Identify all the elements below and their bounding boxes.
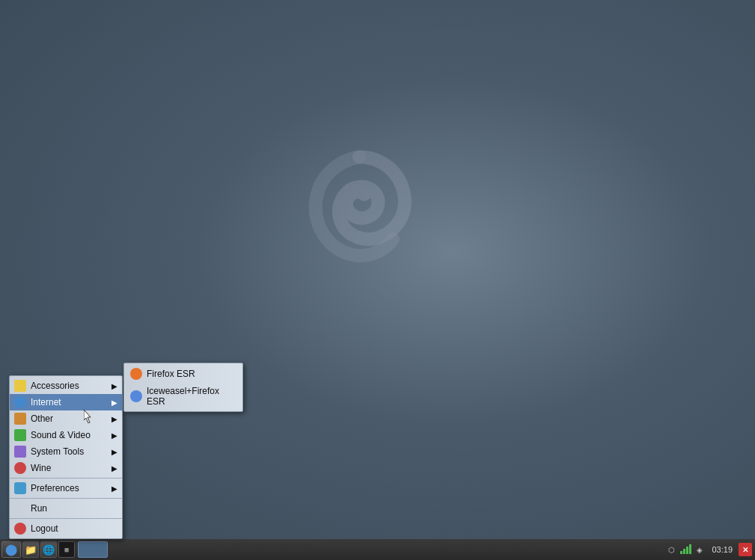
- menu-item-wine-label: Wine: [31, 463, 51, 473]
- taskbar-right: ⬡ ◈ 03:19 ✕: [665, 543, 755, 556]
- menu-item-system-tools[interactable]: System Tools ▶: [10, 443, 122, 460]
- menu-separator-1: [10, 478, 122, 479]
- other-arrow: ▶: [111, 415, 117, 423]
- menu-separator-3: [10, 518, 122, 519]
- preferences-arrow: ▶: [111, 484, 117, 493]
- browser-button[interactable]: 🌐: [40, 541, 57, 558]
- clock-display: 03:19: [709, 545, 736, 554]
- firefox-icon: [130, 368, 142, 380]
- menu-item-preferences[interactable]: Preferences ▶: [10, 480, 122, 496]
- logout-icon: [14, 523, 26, 535]
- submenu-item-firefox[interactable]: Firefox ESR: [124, 365, 242, 383]
- taskbar: ⬤ 📁 🌐 ■ ⬡ ◈ 0: [0, 539, 755, 560]
- system-arrow: ▶: [111, 448, 117, 456]
- desktop: Accessories ▶ Internet ▶ Firefox ESR Ice…: [0, 0, 755, 560]
- menu-item-run[interactable]: Run: [10, 500, 122, 517]
- wine-arrow: ▶: [111, 464, 117, 473]
- menu-item-wine[interactable]: Wine ▶: [10, 460, 122, 476]
- iceweasel-icon: [130, 390, 142, 402]
- menu-item-logout-label: Logout: [31, 523, 58, 534]
- menu-item-sound-video[interactable]: Sound & Video ▶: [10, 427, 122, 443]
- internet-submenu: Firefox ESR Iceweasel+Firefox ESR: [123, 363, 243, 412]
- menu-item-internet-label: Internet: [31, 397, 61, 407]
- audio-tray-icon[interactable]: [679, 544, 691, 556]
- menu-item-run-label: Run: [31, 503, 47, 514]
- terminal-button[interactable]: ■: [58, 541, 75, 558]
- sound-icon: [14, 429, 26, 441]
- menu-item-accessories-label: Accessories: [31, 381, 79, 391]
- debian-swirl-logo: [284, 150, 434, 314]
- system-tray: ⬡ ◈: [665, 544, 706, 556]
- workspace-indicator[interactable]: [78, 541, 108, 558]
- start-menu-button[interactable]: ⬤: [1, 541, 21, 558]
- menu-item-other-label: Other: [31, 413, 53, 424]
- run-icon: [14, 502, 26, 514]
- iceweasel-label: Iceweasel+Firefox ESR: [147, 386, 236, 407]
- menu-separator-2: [10, 498, 122, 499]
- internet-arrow: ▶: [111, 399, 117, 407]
- accessories-icon: [14, 380, 26, 392]
- menu-item-accessories[interactable]: Accessories ▶: [10, 378, 122, 394]
- notification-tray-icon[interactable]: ◈: [694, 544, 706, 556]
- menu-item-preferences-label: Preferences: [31, 483, 79, 493]
- power-button[interactable]: ✕: [739, 543, 752, 556]
- menu-item-logout[interactable]: Logout: [10, 520, 122, 537]
- firefox-label: Firefox ESR: [147, 369, 195, 379]
- system-icon: [14, 446, 26, 458]
- other-icon: [14, 413, 26, 425]
- network-tray-icon[interactable]: ⬡: [665, 544, 677, 556]
- submenu-item-iceweasel[interactable]: Iceweasel+Firefox ESR: [124, 383, 242, 410]
- accessories-arrow: ▶: [111, 382, 117, 390]
- menu-item-other[interactable]: Other ▶: [10, 410, 122, 427]
- menu-item-internet[interactable]: Internet ▶ Firefox ESR Iceweasel+Firefox…: [10, 394, 122, 410]
- taskbar-left: ⬤ 📁 🌐 ■: [0, 541, 108, 558]
- preferences-icon: [14, 482, 26, 494]
- sound-arrow: ▶: [111, 431, 117, 440]
- file-manager-button[interactable]: 📁: [22, 541, 39, 558]
- internet-icon: [14, 396, 26, 408]
- menu-item-sound-label: Sound & Video: [31, 430, 91, 440]
- wine-icon: [14, 462, 26, 474]
- menu-item-system-label: System Tools: [31, 446, 84, 457]
- debian-logo-icon: ⬤: [5, 544, 17, 556]
- power-icon: ✕: [742, 546, 748, 554]
- context-menu: Accessories ▶ Internet ▶ Firefox ESR Ice…: [9, 375, 123, 539]
